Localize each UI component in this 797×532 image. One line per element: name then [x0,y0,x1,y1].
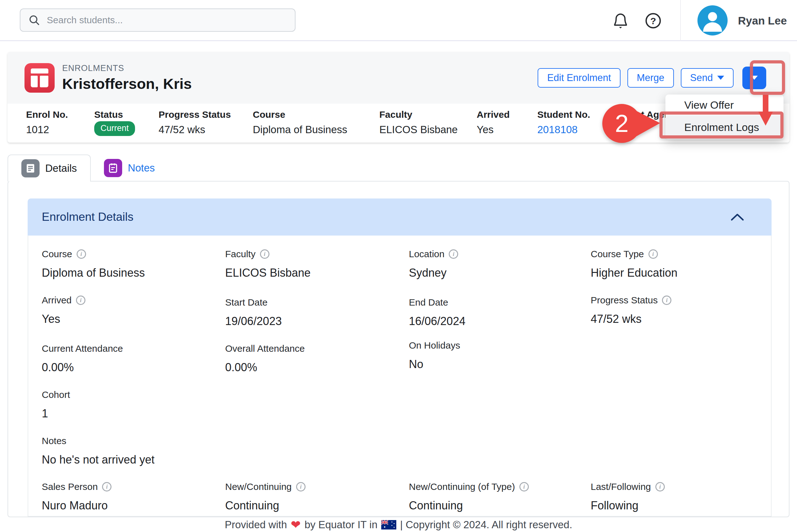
heart-icon: ❤ [291,519,301,531]
page-title: Kristofferson, Kris [62,75,192,92]
field-location: Locationi Sydney [409,249,458,280]
summary-faculty: Faculty ELICOS Bisbane [379,109,457,136]
tab-details[interactable]: Details [7,154,91,182]
search-box[interactable] [20,8,296,32]
footer-middle: by Equator IT in [305,519,377,531]
field-new-continuing: New/Continuingi Continuing [225,481,306,512]
field-faculty: Facultyi ELICOS Bisbane [225,249,310,280]
footer-suffix: | Copyright © 2024. All right reserved. [400,519,572,531]
topbar-divider [680,0,681,41]
info-icon[interactable]: i [449,249,458,259]
field-end-date: End Date 16/06/2024 [409,297,466,328]
tab-details-label: Details [45,163,77,174]
footer: Provided with ❤ by Equator IT in | Copyr… [0,517,797,532]
field-course-type: Course Typei Higher Education [591,249,677,280]
field-cohort: Cohort 1 [42,390,70,420]
field-start-date: Start Date 19/06/2023 [225,297,282,328]
user-icon [698,5,727,36]
annotation-step-number: 2 [615,110,628,137]
tab-bar: Details Notes [7,154,168,182]
merge-button[interactable]: Merge [627,68,674,88]
edit-enrolment-button[interactable]: Edit Enrolment [538,68,620,88]
summary-student-no: Student No. 2018108 [537,109,590,136]
info-icon[interactable]: i [260,249,269,259]
field-current-attendance: Current Attendance 0.00% [42,343,123,374]
details-tab-panel: Enrolment Details Coursei Diploma of Bus… [7,181,790,517]
summary-arrived: Arrived Yes [477,109,510,136]
student-no-link[interactable]: 2018108 [537,124,590,136]
tab-notes[interactable]: Notes [91,154,168,182]
notes-clipboard-icon [104,159,122,177]
field-notes: Notes No he's not arrived yet [42,436,154,467]
app-label: ENROLMENTS [62,63,192,73]
avatar[interactable] [698,5,727,36]
annotation-arrow-down-icon [756,94,775,127]
info-icon[interactable]: i [102,482,112,492]
summary-progress-status: Progress Status 47/52 wks [158,109,231,136]
annotation-step-pin: 2 [597,100,666,148]
chevron-down-icon [717,76,724,80]
info-icon[interactable]: i [656,482,665,492]
field-sales-person: Sales Personi Nuro Maduro [42,481,112,512]
field-on-holidays: On Holidays No [409,340,460,371]
user-name[interactable]: Ryan Lee [738,15,787,27]
info-icon[interactable]: i [648,249,658,259]
info-icon[interactable]: i [76,296,86,305]
field-overall-attendance: Overall Attendance 0.00% [225,343,305,374]
annotation-highlight-dropdown-button [750,60,785,95]
info-icon[interactable]: i [662,296,671,305]
field-course: Coursei Diploma of Business [42,249,145,280]
summary-status: Status Current [94,109,135,136]
send-button[interactable]: Send [681,68,734,88]
details-document-icon [21,159,40,177]
status-badge: Current [94,121,135,136]
send-button-label: Send [690,72,713,83]
tab-notes-label: Notes [128,162,155,174]
chevron-up-icon[interactable] [730,213,744,221]
australia-flag-icon [381,520,396,530]
footer-prefix: Provided with [225,519,287,531]
enrolment-details-panel-body: Coursei Diploma of Business Facultyi ELI… [27,235,772,517]
panel-title: Enrolment Details [42,210,133,224]
help-icon[interactable]: ? [644,12,662,30]
enrolment-details-panel-header[interactable]: Enrolment Details [27,198,772,235]
info-icon[interactable]: i [77,249,86,259]
notifications-bell-icon[interactable] [612,12,629,30]
enrolments-app-icon [24,63,55,93]
search-icon [28,14,40,26]
info-icon[interactable]: i [519,482,529,492]
summary-course: Course Diploma of Business [253,109,347,136]
info-icon[interactable]: i [296,482,306,492]
top-bar: ? Ryan Lee [0,0,797,41]
field-arrived: Arrivedi Yes [42,295,86,326]
field-new-continuing-of-type: New/Continuing (of Type)i Continuing [409,481,529,512]
field-last-following: Last/Followingi Following [591,481,665,512]
field-progress-status: Progress Statusi 47/52 wks [591,295,671,326]
search-input[interactable] [47,15,287,25]
summary-enrol-no: Enrol No. 1012 [26,109,68,136]
svg-text:?: ? [650,16,656,26]
enrolment-details-panel: Enrolment Details Coursei Diploma of Bus… [27,198,772,517]
